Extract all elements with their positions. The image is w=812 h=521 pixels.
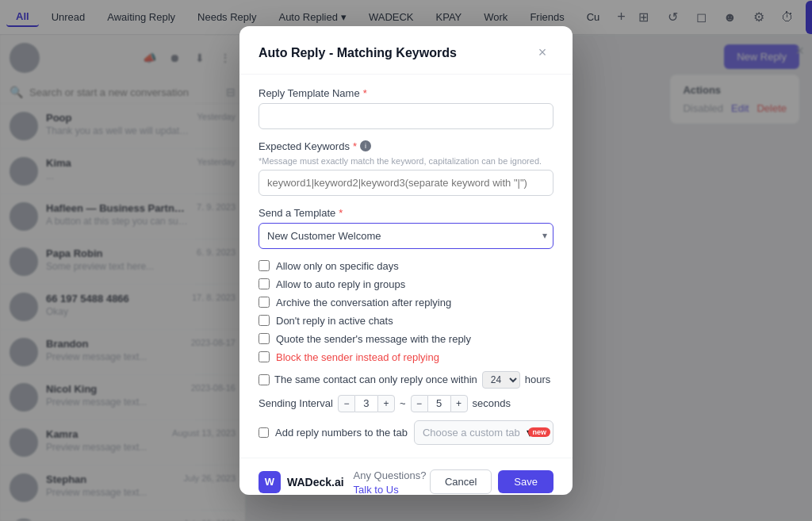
info-icon[interactable]: i — [360, 140, 371, 151]
checkbox-specific-days: Allow only on specific days — [259, 260, 553, 272]
checkbox-no-active-chats: Don't reply in active chats — [259, 315, 553, 327]
send-template-label: Send a Template * — [259, 207, 553, 219]
required-star: * — [363, 87, 367, 99]
modal-body: Reply Template Name * Expected Keywords … — [239, 75, 573, 458]
cancel-button[interactable]: Cancel — [430, 469, 492, 494]
add-reply-tab-row: Add reply numbers to the tab Choose a cu… — [259, 420, 553, 445]
hours-label: hours — [525, 374, 551, 385]
same-contact-checkbox[interactable] — [259, 374, 270, 385]
no-active-chats-label[interactable]: Don't reply in active chats — [276, 315, 393, 327]
footer-help-text: Any Questions? Talk to Us — [354, 469, 427, 495]
template-select-wrapper: New Customer Welcome ▾ — [259, 223, 553, 249]
reply-template-name-group: Reply Template Name * — [259, 87, 553, 129]
modal-footer: W WADeck.ai Any Questions? Talk to Us Ca… — [239, 458, 573, 495]
hours-select[interactable]: 24 — [482, 371, 520, 389]
interval-stepper-1: − 3 + — [338, 395, 395, 412]
modal-footer-actions: Cancel Save — [430, 469, 553, 494]
checkbox-quote-sender: Quote the sender's message with the repl… — [259, 333, 553, 345]
block-sender-label[interactable]: Block the sender instead of replying — [276, 351, 439, 363]
modal-overlay: Auto Reply - Matching Keywords × Reply T… — [0, 0, 812, 521]
template-select[interactable]: New Customer Welcome — [259, 223, 553, 249]
auto-reply-modal: Auto Reply - Matching Keywords × Reply T… — [239, 26, 573, 495]
specific-days-label[interactable]: Allow only on specific days — [276, 260, 399, 272]
brand-name: WADeck.ai — [287, 476, 344, 488]
no-active-chats-checkbox[interactable] — [259, 315, 270, 326]
interval2-value: 5 — [428, 395, 450, 412]
auto-reply-groups-checkbox[interactable] — [259, 278, 270, 289]
save-button[interactable]: Save — [498, 470, 553, 493]
auto-reply-groups-label[interactable]: Allow to auto reply in groups — [276, 278, 405, 290]
interval-stepper-2: − 5 + — [411, 395, 468, 412]
block-sender-checkbox[interactable] — [259, 351, 270, 362]
archive-checkbox[interactable] — [259, 297, 270, 308]
quote-sender-label[interactable]: Quote the sender's message with the repl… — [276, 333, 471, 345]
add-reply-tab-checkbox[interactable] — [259, 427, 269, 438]
add-reply-tab-label[interactable]: Add reply numbers to the tab — [275, 427, 408, 439]
seconds-label: seconds — [473, 397, 511, 409]
send-template-group: Send a Template * New Customer Welcome ▾ — [259, 207, 553, 249]
talk-to-us-link[interactable]: Talk to Us — [354, 484, 399, 495]
main-layout: 📣 ⏺ ⬇ ⋮ 🔍 ⊟ Poop Thank you as well we wi… — [0, 35, 812, 521]
checkbox-auto-reply-groups: Allow to auto reply in groups — [259, 278, 553, 290]
checkbox-block-sender: Block the sender instead of replying — [259, 351, 553, 363]
reply-template-name-input[interactable] — [259, 103, 553, 129]
reply-template-name-label: Reply Template Name * — [259, 87, 553, 99]
sending-interval-label: Sending Interval — [259, 397, 333, 409]
interval1-decrement[interactable]: − — [338, 395, 355, 412]
template-required-star: * — [339, 207, 343, 219]
modal-header: Auto Reply - Matching Keywords × — [239, 26, 573, 75]
keywords-input[interactable] — [259, 170, 553, 196]
expected-keywords-group: Expected Keywords * i *Message must exac… — [259, 140, 553, 196]
footer-brand: W WADeck.ai — [259, 471, 344, 493]
interval2-decrement[interactable]: − — [411, 395, 428, 412]
expected-keywords-label: Expected Keywords * i — [259, 140, 553, 152]
keywords-hint: *Message must exactly match the keyword,… — [259, 156, 553, 166]
quote-sender-checkbox[interactable] — [259, 333, 270, 344]
interval-tilde-1: ~ — [400, 397, 406, 409]
brand-logo: W — [259, 471, 281, 493]
interval2-increment[interactable]: + — [450, 395, 468, 412]
checkbox-archive: Archive the conversation after replying — [259, 297, 553, 308]
sending-interval-row: Sending Interval − 3 + ~ − 5 + seconds — [259, 395, 553, 412]
modal-close-button[interactable]: × — [531, 42, 553, 64]
specific-days-checkbox[interactable] — [259, 260, 270, 271]
new-badge: new — [528, 427, 550, 437]
same-contact-label[interactable]: The same contact can only reply once wit… — [274, 374, 477, 385]
same-contact-row: The same contact can only reply once wit… — [259, 371, 553, 389]
interval1-increment[interactable]: + — [377, 395, 395, 412]
interval1-value: 3 — [355, 395, 377, 412]
archive-label[interactable]: Archive the conversation after replying — [276, 297, 451, 308]
options-checkboxes: Allow only on specific days Allow to aut… — [259, 260, 553, 363]
keywords-required-star: * — [353, 140, 357, 152]
modal-title: Auto Reply - Matching Keywords — [259, 46, 457, 60]
